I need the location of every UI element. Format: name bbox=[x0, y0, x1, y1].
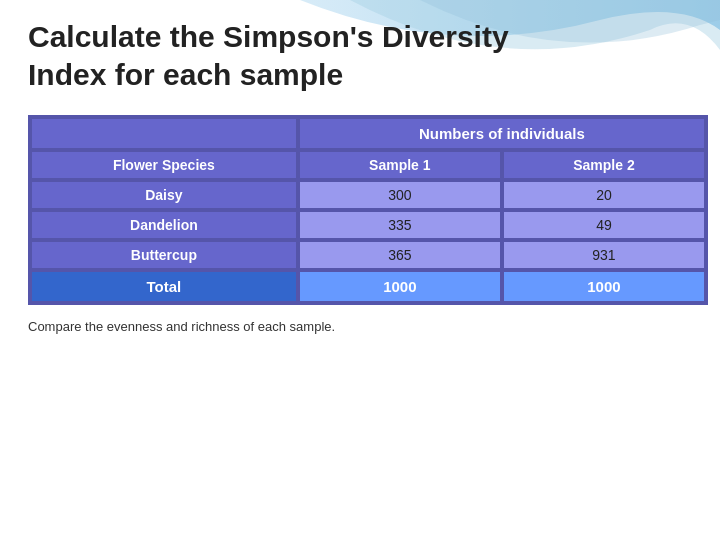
sample2-daisy: 20 bbox=[502, 180, 706, 210]
super-header-col1 bbox=[30, 117, 298, 150]
sample1-daisy: 300 bbox=[298, 180, 502, 210]
sample2-dandelion: 49 bbox=[502, 210, 706, 240]
species-daisy: Daisy bbox=[30, 180, 298, 210]
data-table: Numbers of individuals Flower Species Sa… bbox=[28, 115, 692, 305]
sample1-buttercup: 365 bbox=[298, 240, 502, 270]
header-sample1: Sample 1 bbox=[298, 150, 502, 180]
super-header-col2: Numbers of individuals bbox=[298, 117, 706, 150]
table-header-row: Flower Species Sample 1 Sample 2 bbox=[30, 150, 706, 180]
table-row: Daisy 300 20 bbox=[30, 180, 706, 210]
table-super-header-row: Numbers of individuals bbox=[30, 117, 706, 150]
page-title: Calculate the Simpson's Diversity Index … bbox=[28, 18, 692, 93]
footnote: Compare the evenness and richness of eac… bbox=[28, 319, 692, 334]
table-row: Buttercup 365 931 bbox=[30, 240, 706, 270]
header-sample2: Sample 2 bbox=[502, 150, 706, 180]
total-sample1: 1000 bbox=[298, 270, 502, 303]
table-row: Dandelion 335 49 bbox=[30, 210, 706, 240]
sample2-buttercup: 931 bbox=[502, 240, 706, 270]
header-species: Flower Species bbox=[30, 150, 298, 180]
table-total-row: Total 1000 1000 bbox=[30, 270, 706, 303]
total-sample2: 1000 bbox=[502, 270, 706, 303]
total-label: Total bbox=[30, 270, 298, 303]
species-dandelion: Dandelion bbox=[30, 210, 298, 240]
species-buttercup: Buttercup bbox=[30, 240, 298, 270]
sample1-dandelion: 335 bbox=[298, 210, 502, 240]
